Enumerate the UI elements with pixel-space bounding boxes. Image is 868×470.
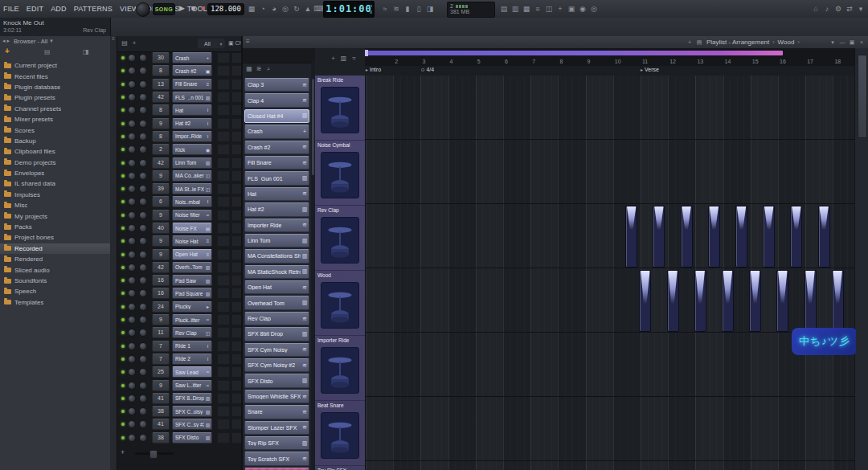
- picker-audio-tab-icon[interactable]: ≋: [254, 63, 264, 75]
- time-display[interactable]: 1:01:00: [323, 1, 375, 18]
- playlist-track-break-ride[interactable]: Break Ride: [315, 76, 365, 141]
- picker-item-closed-hat-4[interactable]: Closed Hat #4▥: [244, 109, 309, 123]
- channel-button[interactable]: FLS_..n 001▥: [172, 92, 212, 103]
- mixer-track-number[interactable]: 24: [152, 301, 170, 313]
- pan-knob[interactable]: [128, 394, 136, 403]
- channel-enable-led[interactable]: [121, 214, 125, 217]
- channel-button[interactable]: Noise FX▤: [172, 223, 212, 234]
- pan-knob[interactable]: [128, 185, 136, 193]
- blend-recording-icon[interactable]: ◎: [280, 2, 291, 15]
- audio-clip-wood[interactable]: [776, 270, 788, 332]
- picker-item-sfx-disto[interactable]: SFX Disto▥: [244, 374, 309, 387]
- audio-clip-rev-clap[interactable]: [735, 206, 747, 268]
- volume-knob[interactable]: [139, 251, 147, 259]
- picker-item-toy-scratch-sfx[interactable]: Toy Scratch SFX≋: [244, 452, 309, 465]
- playlist-breadcrumb[interactable]: Wood: [778, 39, 795, 46]
- browser-item-impulses[interactable]: Impulses: [0, 190, 110, 200]
- step-cell[interactable]: [217, 79, 230, 90]
- volume-knob[interactable]: [139, 224, 147, 232]
- picker-item-stomper-lazer-sfx[interactable]: Stomper Lazer SFX≋: [244, 421, 309, 435]
- volume-knob[interactable]: [139, 394, 147, 403]
- channel-rack-edge[interactable]: ≡: [110, 36, 117, 470]
- volume-knob[interactable]: [139, 185, 147, 193]
- mixer-track-number[interactable]: 9: [152, 235, 170, 247]
- pan-knob[interactable]: [128, 120, 136, 128]
- audio-clip-rev-clap[interactable]: [708, 206, 720, 268]
- step-cell[interactable]: [217, 223, 230, 234]
- channel-button[interactable]: MA Co..aker◫: [172, 170, 212, 182]
- tempo-tap-icon[interactable]: ◉: [577, 2, 588, 15]
- channel-enable-led[interactable]: [121, 345, 125, 348]
- mixer-track-number[interactable]: 8: [152, 104, 170, 116]
- channel-button[interactable]: Rev Clap◫: [172, 327, 212, 338]
- browser-item-templates[interactable]: Templates: [0, 297, 110, 308]
- picker-item-clap-3[interactable]: Clap 3≋: [244, 78, 309, 92]
- step-cell[interactable]: [217, 170, 230, 182]
- browser-forward-icon[interactable]: ▸: [7, 38, 10, 43]
- playlist-menu-icon[interactable]: ≡: [246, 38, 250, 45]
- playlist-titlebar[interactable]: ≡ +▤ Playlist - Arrangement›Wood› ▾—▣×: [243, 36, 868, 49]
- channel-enable-led[interactable]: [121, 384, 125, 387]
- audio-clip-wood[interactable]: [639, 270, 651, 332]
- channel-button[interactable]: SFX C..sy #2▥: [172, 419, 212, 430]
- mixer-track-number[interactable]: 16: [152, 275, 170, 286]
- browser-item-my-projects[interactable]: My projects: [0, 210, 110, 221]
- mixer-track-number[interactable]: 42: [152, 157, 170, 169]
- pan-knob[interactable]: [128, 54, 136, 62]
- picker-item-crash[interactable]: Crash+: [244, 125, 309, 138]
- pan-knob[interactable]: [128, 276, 136, 284]
- mixer-track-number[interactable]: 42: [152, 92, 170, 103]
- pan-knob[interactable]: [128, 106, 136, 114]
- volume-knob[interactable]: [139, 93, 147, 101]
- mixer-track-number[interactable]: 41: [152, 419, 170, 430]
- browser-add-button[interactable]: +: [5, 47, 10, 55]
- volume-knob[interactable]: [139, 80, 147, 88]
- channel-button[interactable]: Crash+: [172, 52, 212, 63]
- browser-item-recorded[interactable]: Recorded: [0, 243, 110, 254]
- channel-button[interactable]: Ride 1I: [172, 341, 212, 352]
- pan-knob[interactable]: [128, 133, 136, 141]
- channel-button[interactable]: Crash #2▣: [172, 65, 212, 76]
- channel-button[interactable]: HatI: [172, 104, 212, 116]
- channel-button[interactable]: Nois..mbalI: [172, 196, 212, 207]
- channel-enable-led[interactable]: [121, 370, 125, 374]
- channel-enable-led[interactable]: [121, 96, 125, 99]
- channel-enable-led[interactable]: [121, 148, 125, 151]
- pan-knob[interactable]: [128, 303, 136, 311]
- mixer-track-number[interactable]: 9: [152, 249, 170, 260]
- audio-clip-rev-clap[interactable]: [790, 206, 802, 268]
- keyboard-led-icon[interactable]: ▮: [402, 2, 413, 15]
- mixer-track-number[interactable]: 6: [152, 196, 170, 207]
- channel-enable-led[interactable]: [121, 161, 125, 165]
- channel-enable-led[interactable]: [121, 108, 125, 112]
- channel-enable-led[interactable]: [121, 292, 125, 295]
- step-cell[interactable]: [217, 144, 230, 155]
- step-cell[interactable]: [217, 432, 230, 443]
- picker-item-snare[interactable]: Snare≋: [244, 405, 309, 419]
- step-cell[interactable]: [217, 380, 230, 391]
- channel-enable-led[interactable]: [121, 253, 125, 256]
- browser-item-backup[interactable]: Backup: [0, 136, 110, 146]
- panel-menu-icon[interactable]: ▾: [855, 2, 866, 15]
- song-mode-button[interactable]: SONG: [153, 3, 175, 15]
- volume-knob[interactable]: [139, 316, 147, 324]
- midi-activity-icon[interactable]: ▯: [413, 2, 424, 15]
- playlist-track-beat-snare[interactable]: Beat Snare: [315, 401, 365, 466]
- mixer-track-number[interactable]: 9: [152, 210, 170, 221]
- volume-knob[interactable]: [139, 54, 147, 62]
- pan-knob[interactable]: [128, 355, 136, 363]
- channel-button[interactable]: Pluck..itter≈: [172, 314, 212, 325]
- volume-knob[interactable]: [139, 289, 147, 297]
- channel-button[interactable]: Saw Lead≈: [172, 366, 212, 378]
- mixer-track-number[interactable]: 9: [152, 118, 170, 129]
- channel-button[interactable]: Kick◉: [172, 144, 212, 155]
- browser-title[interactable]: Browser - All: [14, 38, 47, 45]
- wait-for-input-icon[interactable]: ◔: [257, 2, 268, 15]
- playlist-track-rev-clap[interactable]: Rev Clap: [315, 206, 365, 271]
- step-cell[interactable]: [217, 406, 230, 417]
- channel-enable-led[interactable]: [121, 266, 125, 269]
- step-cell[interactable]: [217, 327, 230, 338]
- piano-roll-toggle-icon[interactable]: ▥: [510, 2, 521, 15]
- pan-knob[interactable]: [128, 67, 136, 75]
- step-cell[interactable]: [217, 235, 230, 247]
